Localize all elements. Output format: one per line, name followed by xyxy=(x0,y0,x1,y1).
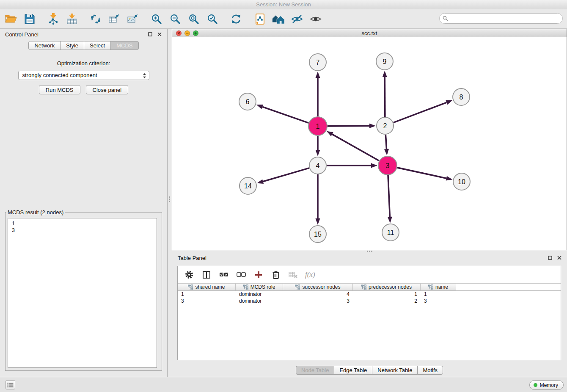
table-cell: 1 xyxy=(178,291,236,298)
select-all-button[interactable] xyxy=(218,269,229,280)
column-header-shared-name[interactable]: shared name xyxy=(178,284,236,290)
export-table-button[interactable] xyxy=(107,12,121,26)
node-label: 11 xyxy=(387,229,394,236)
add-row-button[interactable] xyxy=(253,269,264,280)
edge-arrowhead-icon xyxy=(369,124,376,128)
home-icon xyxy=(272,14,285,25)
edge-arrowhead-icon xyxy=(388,217,392,223)
graph-node-8[interactable]: 8 xyxy=(453,88,470,105)
table-cell: dominator xyxy=(236,291,283,298)
network-document-button[interactable] xyxy=(253,12,267,26)
export-image-icon xyxy=(127,13,139,25)
refresh-button[interactable] xyxy=(229,12,243,26)
close-mcds-panel-button[interactable]: Close panel xyxy=(86,85,129,94)
task-list-icon xyxy=(7,382,14,388)
search-input[interactable] xyxy=(439,13,563,24)
float-panel-button[interactable] xyxy=(147,31,154,38)
edge-2-to-8[interactable] xyxy=(394,102,447,123)
column-header-MCDS-role[interactable]: MCDS role xyxy=(236,284,283,290)
close-glyph-icon xyxy=(177,32,180,35)
graph-node-6[interactable]: 6 xyxy=(239,93,256,110)
tab-style[interactable]: Style xyxy=(60,41,84,50)
edge-3-to-1[interactable] xyxy=(332,134,379,161)
edge-4-to-14[interactable] xyxy=(263,168,309,182)
graph-node-9[interactable]: 9 xyxy=(376,53,393,70)
zoom-out-button[interactable] xyxy=(168,12,182,26)
tab-edge-table[interactable]: Edge Table xyxy=(334,366,372,375)
tab-network-table[interactable]: Network Table xyxy=(372,366,418,375)
show-graphics-button[interactable] xyxy=(309,12,322,26)
zoom-selected-button[interactable] xyxy=(206,12,219,26)
hide-graphics-button[interactable] xyxy=(290,12,304,26)
close-window-button[interactable] xyxy=(176,30,182,36)
graph-node-2[interactable]: 2 xyxy=(377,117,394,134)
edge-1-to-6[interactable] xyxy=(262,107,308,123)
zoom-fit-button[interactable] xyxy=(187,12,201,26)
run-mcds-button[interactable]: Run MCDS xyxy=(39,85,80,94)
save-session-button[interactable] xyxy=(23,12,36,26)
app-window: Session: New Session Control Panel xyxy=(0,0,567,392)
graph-node-11[interactable]: 11 xyxy=(382,224,399,241)
minimize-window-button[interactable] xyxy=(184,30,190,36)
tab-mcds[interactable]: MCDS xyxy=(110,41,138,50)
memory-button[interactable]: Memory xyxy=(529,380,564,390)
open-session-button[interactable] xyxy=(4,12,18,26)
window-controls xyxy=(176,30,198,36)
graph-node-4[interactable]: 4 xyxy=(309,157,326,174)
graph-node-7[interactable]: 7 xyxy=(309,54,326,71)
zoom-in-button[interactable] xyxy=(150,12,163,26)
column-header-successor-nodes[interactable]: successor nodes xyxy=(283,284,353,290)
task-history-button[interactable] xyxy=(6,380,15,389)
import-table-button[interactable] xyxy=(65,12,79,26)
table-cell: dominator xyxy=(236,298,283,304)
edge-arrowhead-icon xyxy=(316,150,320,156)
table-panel: Table Panel f(x) shared nameMCDS rolesuc… xyxy=(172,252,567,377)
edge-arrowhead-icon xyxy=(371,163,377,168)
delete-table-icon xyxy=(288,270,298,279)
delete-row-button[interactable] xyxy=(270,269,281,280)
table-row[interactable]: 3dominator323 xyxy=(178,298,561,304)
edge-1-to-2[interactable] xyxy=(328,126,369,126)
column-header-name[interactable]: name xyxy=(421,284,456,290)
close-panel-button[interactable] xyxy=(156,31,163,38)
graph-node-1[interactable]: 1 xyxy=(308,117,327,135)
edge-2-to-3[interactable] xyxy=(385,135,386,149)
close-table-panel-button[interactable] xyxy=(556,254,563,261)
float-table-panel-button[interactable] xyxy=(547,254,553,261)
table-cell: 1 xyxy=(421,291,456,298)
node-label: 7 xyxy=(316,59,320,66)
tab-select[interactable]: Select xyxy=(84,41,111,50)
vertical-splitter[interactable] xyxy=(168,196,171,202)
tab-motifs[interactable]: Motifs xyxy=(417,366,443,375)
optimization-criterion-select[interactable]: strongly connected component xyxy=(18,71,149,80)
graph-node-3[interactable]: 3 xyxy=(378,156,397,175)
network-canvas[interactable]: 7968124314101511 xyxy=(172,37,567,250)
column-layout-button[interactable] xyxy=(201,269,212,280)
edge-2-to-9[interactable] xyxy=(385,77,385,117)
graph-node-15[interactable]: 15 xyxy=(309,226,326,243)
memory-label: Memory xyxy=(540,382,558,388)
import-network-button[interactable] xyxy=(47,12,60,26)
zoom-window-button[interactable] xyxy=(193,30,198,36)
table-row[interactable]: 1dominator411 xyxy=(178,291,561,298)
control-panel: Control Panel NetworkStyleSelectMCDS Opt… xyxy=(0,29,168,377)
settings-button[interactable] xyxy=(184,269,195,280)
home-button[interactable] xyxy=(272,12,285,26)
tab-node-table[interactable]: Node Table xyxy=(296,366,335,375)
graph-node-14[interactable]: 14 xyxy=(239,177,256,194)
graph-node-10[interactable]: 10 xyxy=(453,173,470,190)
edge-3-to-10[interactable] xyxy=(397,168,446,178)
network-view[interactable]: 7968124314101511 xyxy=(172,37,567,250)
zoom-out-icon xyxy=(169,13,181,25)
node-label: 14 xyxy=(244,182,252,190)
edge-arrowhead-icon xyxy=(446,176,453,181)
tab-network[interactable]: Network xyxy=(28,41,61,50)
optimization-criterion-label: Optimization criterion: xyxy=(0,60,167,66)
edge-3-to-11[interactable] xyxy=(388,175,390,217)
deselect-all-button[interactable] xyxy=(236,269,247,280)
result-line: 1 xyxy=(12,220,153,227)
export-image-button[interactable] xyxy=(126,12,140,26)
float-icon xyxy=(548,256,552,260)
column-header-predecessor-nodes[interactable]: predecessor nodes xyxy=(353,284,421,290)
network-share-button[interactable] xyxy=(89,12,102,26)
